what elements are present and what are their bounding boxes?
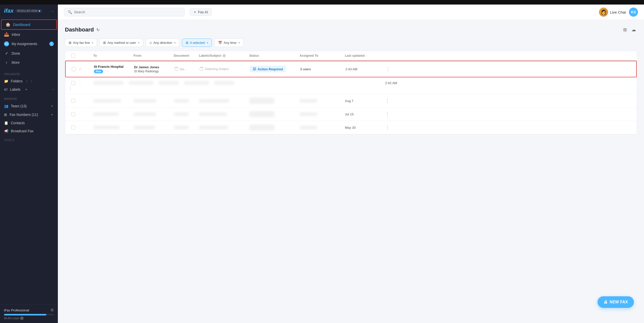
filter-method-user[interactable]: ⊞ Any method or user ▾ [99,39,143,47]
storage-bar [4,314,46,315]
labels-label: Labels [10,87,20,91]
sidebar-item-team[interactable]: 👥 Team (13) ＋ [0,102,58,110]
row3-more-button[interactable]: ⋮ [385,98,390,104]
logo-text: ifax [4,8,14,14]
row2-more-button[interactable]: ⋮ [68,85,73,90]
row1-more-button[interactable]: ⋮ [386,66,390,72]
detecting-spinner [199,67,204,71]
select-all-checkbox[interactable] [71,54,75,58]
add-label-icon[interactable]: ＋ [24,87,28,92]
row4-more-button[interactable]: ⋮ [385,111,390,117]
row1-updated: 2:43 AM [345,67,386,71]
live-chat-area[interactable]: 👩 Live Chat [599,8,626,17]
search-input[interactable] [74,10,181,14]
organize-section-title: ORGANIZE [0,69,58,77]
row2-checkbox[interactable] [71,81,75,85]
sidebar-item-broadcast[interactable]: 📢 Broadcast Fax [0,127,58,135]
filter-direction-icon: ◇ [149,41,152,45]
sidebar-item-inbox[interactable]: 📥 Inbox [0,30,58,39]
table-row[interactable]: ✓ [65,121,637,134]
row5-more-button[interactable]: ⋮ [385,125,390,130]
table-row[interactable]: ↗ 2:42 AM ⋮ [65,77,637,94]
storage-info-icon: i [20,316,24,320]
cloud-upload-button[interactable]: ☁ [630,26,637,34]
row4-more-cell: ⋮ [385,111,400,117]
row5-to [93,126,134,129]
check-icon[interactable]: ✓ [79,67,82,71]
row1-status-cell: ☑ Action Required [250,66,300,72]
sidebar-item-fax-numbers[interactable]: ⊞ Fax Numbers (11) ＋ [0,110,58,119]
new-fax-icon: 🖨 [603,300,608,304]
sidebar-header: ifax RESELLER VIEW ⌄ [0,5,58,17]
search-box[interactable]: 🔍 [64,8,185,16]
row5-action-icons: ✓ [78,125,93,130]
check-icon[interactable]: ✓ [78,125,81,130]
grid-view-button[interactable]: ⊞ [622,26,628,34]
user-avatar[interactable]: KS [629,8,638,17]
add-team-icon[interactable]: ＋ [50,104,54,108]
contacts-icon: 📋 [4,121,8,125]
sidebar-collapse-icon[interactable]: ⌄ [51,9,54,13]
sidebar-item-contacts[interactable]: 📋 Contacts [0,119,58,127]
check-icon[interactable]: ✓ [78,112,81,116]
sidebar-item-label: More [12,60,20,64]
table-row[interactable]: ✓ St Francis Hospital New Dr James Jones… [65,61,637,77]
row1-checkbox[interactable] [72,67,76,71]
filter-selected[interactable]: ⊞ 4 selected ▾ [182,39,212,47]
settings-button[interactable]: ⚙ [50,308,54,312]
filter-method-chevron: ▾ [138,41,139,44]
folder-dots-icon[interactable]: ⋮ [25,79,29,83]
row5-doc [174,126,199,129]
sidebar-item-labels[interactable]: 🏷 Labels ＋ › [0,85,58,94]
sort-icon: ↑ [366,54,367,57]
header-document: Document [174,54,199,57]
sidebar-item-my-assignments[interactable]: KS My Assignments 1 [0,39,58,49]
row4-checkbox[interactable] [71,112,75,116]
check-icon[interactable]: ✓ [78,99,81,103]
row4-to [93,112,134,116]
refresh-button[interactable]: ↻ [96,27,100,32]
row5-checkbox[interactable] [71,125,75,130]
sidebar-item-more[interactable]: › More [0,58,58,67]
row1-labels-cell: Detecting Subject [199,67,250,71]
row5-more-cell: ⋮ [385,125,400,130]
storage-row: iFax Professional ⚙ [4,308,54,312]
sidebar-item-done[interactable]: ✓ Done [0,49,58,58]
header-status: Status [249,54,300,57]
main-content: 🔍 ✦ Fax AI 👩 Live Chat KS [58,5,644,323]
row3-checkbox[interactable] [71,99,75,103]
live-chat-person-avatar: 👩 [599,8,608,17]
filter-fax-line[interactable]: ⊞ Any fax line ▾ [65,39,97,47]
external-link-icon[interactable]: ↗ [78,81,81,85]
live-chat-label: Live Chat [610,10,626,14]
table-row[interactable]: ✓ [65,108,637,121]
filter-direction-chevron: ▾ [174,41,176,44]
filter-time-chevron: ▾ [238,41,240,44]
labels-chevron-icon[interactable]: › [53,88,54,91]
storage-used-label: 84.8% Used i [4,316,54,320]
row3-labels [199,99,249,103]
folders-label: Folders [11,79,23,83]
table-row[interactable]: ✓ [65,94,637,108]
tools-section-title: TOOLS [0,135,58,143]
filters-row: ⊞ Any fax line ▾ ⊞ Any method or user ▾ … [65,39,637,47]
row1-checkbox-cell [69,67,79,71]
sidebar-item-folders[interactable]: 📁 Folders ⋮ › [0,77,58,85]
row1-new-badge: New [94,70,103,73]
document-loading-spinner [174,67,178,71]
add-fax-number-icon[interactable]: ＋ [50,112,54,117]
status-checkbox-icon: ☑ [253,67,256,71]
fax-ai-button[interactable]: ✦ Fax AI [190,8,212,16]
filter-direction[interactable]: ◇ Any direction ▾ [146,39,179,47]
row2-updated: 2:42 AM [385,81,400,85]
filter-time-icon: 📅 [218,41,222,45]
header-from: From [134,54,174,57]
filter-time[interactable]: 📅 Any time ▾ [214,39,244,47]
home-icon: 🏠 [6,22,11,27]
sidebar-item-dashboard[interactable]: 🏠 Dashboard [1,19,57,30]
logo-area: ifax RESELLER VIEW [4,8,42,14]
header-checkbox-cell [68,54,78,58]
filter-method-icon: ⊞ [103,41,106,45]
folder-chevron-icon[interactable]: › [31,79,32,83]
new-fax-button[interactable]: 🖨 NEW FAX [597,296,634,308]
